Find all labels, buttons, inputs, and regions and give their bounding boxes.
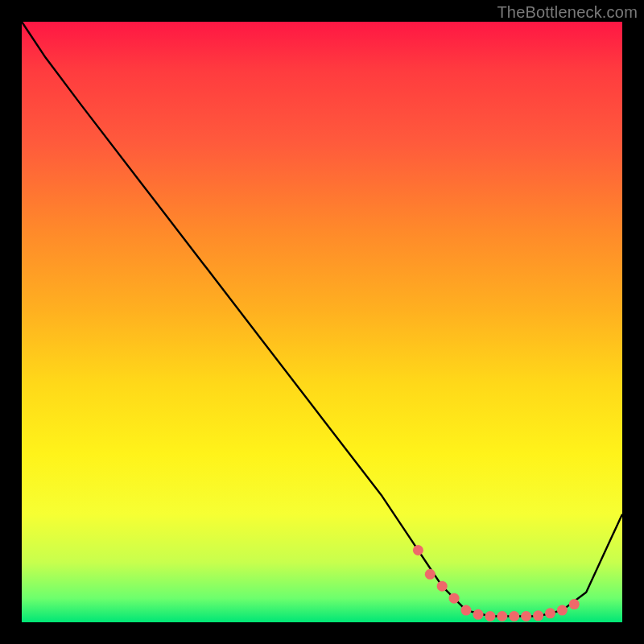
marker-dot (533, 610, 543, 621)
marker-dot (545, 608, 555, 618)
watermark-text: TheBottleneck.com (497, 3, 638, 22)
bottleneck-curve (22, 22, 622, 617)
marker-dot (473, 609, 484, 620)
marker-dot (485, 611, 495, 621)
marker-dot (437, 581, 448, 592)
optimal-range-markers (413, 545, 580, 621)
marker-dot (557, 605, 568, 616)
marker-dot (425, 569, 436, 580)
plot-area (22, 22, 622, 622)
marker-dot (497, 611, 507, 621)
marker-dot (449, 593, 460, 604)
marker-dot (461, 605, 472, 616)
marker-dot (521, 611, 531, 621)
marker-dot (569, 599, 580, 609)
curve-layer (22, 22, 622, 622)
marker-dot (413, 545, 423, 555)
chart-frame: TheBottleneck.com (0, 0, 644, 644)
marker-dot (509, 611, 519, 621)
